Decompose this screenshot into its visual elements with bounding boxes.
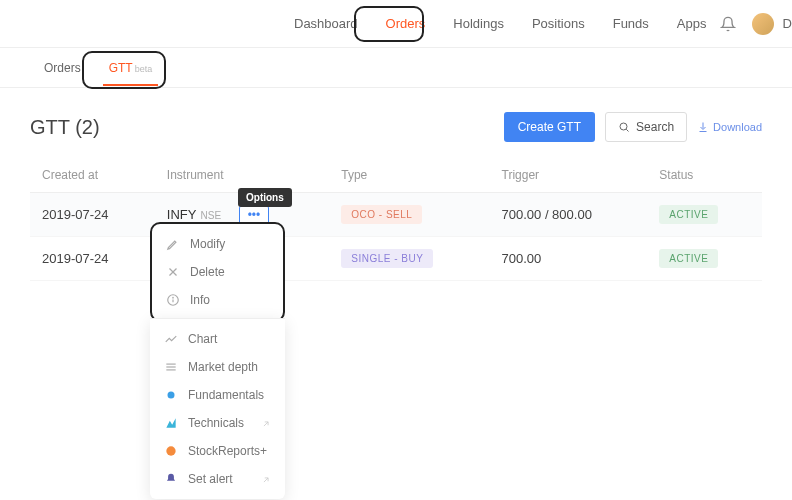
row-options-dropdown: Modify Delete Info — [150, 222, 285, 322]
cell-trigger: 700.00 / 800.00 — [490, 193, 648, 237]
dropdown-info[interactable]: Info — [152, 286, 283, 314]
pencil-icon — [166, 237, 180, 251]
table-row[interactable]: 2019-07-24 INFYNSE ••• OCO - SELL 700.00… — [30, 193, 762, 237]
external-icon — [261, 474, 271, 484]
type-badge: SINGLE - BUY — [341, 249, 433, 268]
dropdown-market-depth[interactable]: Market depth — [150, 353, 285, 381]
gtt-table: Created at Instrument Type Trigger Statu… — [30, 158, 762, 281]
top-bar: Dashboard Orders Holdings Positions Fund… — [0, 0, 792, 48]
nav-orders[interactable]: Orders — [372, 8, 440, 39]
svg-point-0 — [620, 123, 627, 130]
type-badge: OCO - SELL — [341, 205, 422, 224]
col-status[interactable]: Status — [647, 158, 762, 193]
col-created-at[interactable]: Created at — [30, 158, 155, 193]
search-icon — [618, 121, 630, 133]
nav-funds[interactable]: Funds — [599, 8, 663, 39]
cell-type: OCO - SELL — [329, 193, 489, 237]
cell-status: ACTIVE — [647, 237, 762, 281]
dropdown-set-alert[interactable]: Set alert — [150, 465, 285, 493]
nav-positions[interactable]: Positions — [518, 8, 599, 39]
dropdown-fundamentals[interactable]: Fundamentals — [150, 381, 285, 409]
row-options-dropdown-extra: Chart Market depth Fundamentals Technica… — [150, 318, 285, 499]
download-icon — [697, 121, 709, 133]
table-header-row: Created at Instrument Type Trigger Statu… — [30, 158, 762, 193]
external-icon — [261, 418, 271, 428]
page-actions: Create GTT Search Download — [504, 112, 762, 142]
col-type[interactable]: Type — [329, 158, 489, 193]
cell-created: 2019-07-24 — [30, 193, 155, 237]
main-nav: Dashboard Orders Holdings Positions Fund… — [280, 8, 720, 39]
svg-line-1 — [626, 129, 628, 131]
close-icon — [166, 265, 180, 279]
stockreports-icon — [164, 444, 178, 458]
fundamentals-icon — [164, 388, 178, 402]
nav-dashboard[interactable]: Dashboard — [280, 8, 372, 39]
options-tooltip: Options — [238, 188, 292, 207]
chart-icon — [164, 332, 178, 346]
technicals-icon — [164, 416, 178, 430]
dropdown-modify[interactable]: Modify — [152, 230, 283, 258]
nav-apps[interactable]: Apps — [663, 8, 721, 39]
subtab-gtt[interactable]: GTTbeta — [95, 51, 167, 85]
sub-nav: Orders GTTbeta — [0, 48, 792, 88]
table-row[interactable]: 2019-07-24 ICICIBANK SINGLE - BUY 700.00… — [30, 237, 762, 281]
col-trigger[interactable]: Trigger — [490, 158, 648, 193]
list-icon — [164, 360, 178, 374]
user-label: DR5318 — [782, 16, 792, 31]
info-icon — [166, 293, 180, 307]
svg-point-11 — [166, 446, 175, 455]
svg-point-6 — [173, 297, 174, 298]
search-button[interactable]: Search — [605, 112, 687, 142]
avatar — [752, 13, 774, 35]
status-badge: ACTIVE — [659, 249, 718, 268]
page-title: GTT (2) — [30, 116, 100, 139]
notifications-icon[interactable] — [720, 16, 736, 32]
dropdown-delete[interactable]: Delete — [152, 258, 283, 286]
svg-point-10 — [168, 392, 175, 399]
user-menu[interactable]: DR5318 — [752, 13, 792, 35]
dropdown-technicals[interactable]: Technicals — [150, 409, 285, 437]
download-link[interactable]: Download — [697, 121, 762, 133]
page-header: GTT (2) Create GTT Search Download — [30, 112, 762, 142]
cell-type: SINGLE - BUY — [329, 237, 489, 281]
subtab-orders[interactable]: Orders — [30, 51, 95, 85]
nav-holdings[interactable]: Holdings — [439, 8, 518, 39]
page-body: GTT (2) Create GTT Search Download Creat… — [0, 88, 792, 305]
cell-created: 2019-07-24 — [30, 237, 155, 281]
bell-icon — [164, 472, 178, 486]
status-badge: ACTIVE — [659, 205, 718, 224]
nav-right: DR5318 — [720, 13, 792, 35]
cell-trigger: 700.00 — [490, 237, 648, 281]
dropdown-chart[interactable]: Chart — [150, 325, 285, 353]
dropdown-stockreports[interactable]: StockReports+ — [150, 437, 285, 465]
cell-status: ACTIVE — [647, 193, 762, 237]
create-gtt-button[interactable]: Create GTT — [504, 112, 595, 142]
